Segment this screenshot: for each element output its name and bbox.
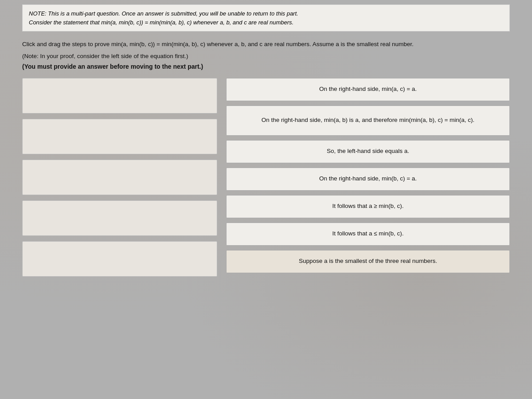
drop-column bbox=[22, 78, 217, 277]
drag-card-3[interactable]: So, the left-hand side equals a. bbox=[226, 140, 510, 163]
sub-note-text: (Note: In your proof, consider the left … bbox=[22, 53, 188, 59]
drag-card-7[interactable]: Suppose a is the smallest of the three r… bbox=[226, 250, 510, 273]
drop-slot-3[interactable] bbox=[22, 160, 217, 195]
drag-card-1[interactable]: On the right-hand side, min(a, c) = a. bbox=[226, 78, 510, 101]
must-provide-text: (You must provide an answer before movin… bbox=[22, 63, 203, 70]
note-line2: Consider the statement that min(a, min(b… bbox=[29, 19, 293, 26]
instructions-text: Click and drag the steps to prove min(a,… bbox=[22, 39, 510, 49]
instructions-main: Click and drag the steps to prove min(a,… bbox=[22, 41, 414, 47]
drag-area: On the right-hand side, min(a, c) = a. O… bbox=[22, 78, 510, 277]
drag-card-2[interactable]: On the right-hand side, min(a, b) is a, … bbox=[226, 106, 510, 136]
drop-slot-5[interactable] bbox=[22, 241, 217, 277]
drop-slot-4[interactable] bbox=[22, 200, 217, 236]
drag-card-6[interactable]: It follows that a ≤ min(b, c). bbox=[226, 223, 510, 246]
note-line1: NOTE: This is a multi-part question. Onc… bbox=[29, 10, 298, 17]
drag-card-4[interactable]: On the right-hand side, min(b, c) = a. bbox=[226, 168, 510, 191]
drag-card-5[interactable]: It follows that a ≥ min(b, c). bbox=[226, 195, 510, 218]
drop-slot-2[interactable] bbox=[22, 119, 217, 154]
source-column: On the right-hand side, min(a, c) = a. O… bbox=[226, 78, 510, 277]
must-provide: (You must provide an answer before movin… bbox=[22, 63, 510, 70]
sub-note: (Note: In your proof, consider the left … bbox=[22, 53, 510, 59]
main-container: NOTE: This is a multi-part question. Onc… bbox=[22, 0, 510, 277]
note-box: NOTE: This is a multi-part question. Onc… bbox=[22, 4, 510, 31]
drop-slot-1[interactable] bbox=[22, 78, 217, 113]
